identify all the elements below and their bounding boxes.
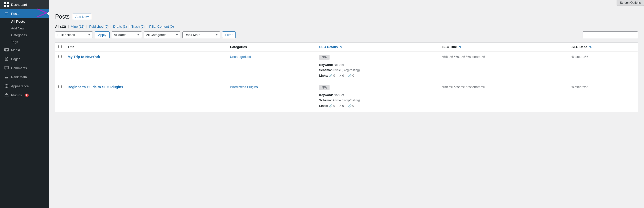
rankmath-select[interactable]: Rank Math [182, 31, 220, 38]
media-icon [4, 47, 9, 52]
seo-desc-value: %excerpt% [572, 55, 588, 59]
sidebar-item-comments[interactable]: Comments [0, 63, 49, 72]
sidebar-item-media[interactable]: Media [0, 45, 49, 54]
apply-button[interactable]: Apply [95, 31, 110, 38]
filter-drafts[interactable]: Drafts (3) [113, 25, 128, 28]
row-checkbox[interactable] [58, 85, 62, 88]
schema-value: Article (BlogPosting) [333, 68, 360, 72]
svg-rect-0 [4, 2, 6, 4]
links-external: 0 [342, 104, 344, 108]
dates-select[interactable]: All dates [112, 31, 142, 38]
sidebar-item-label-dashboard: Dashboard [11, 3, 27, 7]
filter-links: All (12) | Mine (11) | Published (9) | D… [55, 25, 638, 28]
keyword-value: Not Set [334, 93, 344, 97]
schema-label: Schema: [319, 68, 332, 72]
screen-options-bar: Screen Options [49, 0, 644, 8]
filter-all[interactable]: All (12) [55, 25, 67, 28]
links-internal: 0 [333, 74, 335, 77]
bulk-actions-select[interactable]: Bulk actionsEditMove to Trash [55, 31, 93, 38]
seo-title-edit-icon[interactable]: ✎ [459, 45, 461, 49]
svg-rect-1 [7, 2, 9, 4]
schema-value: Article (BlogPosting) [333, 99, 360, 102]
plugins-icon [4, 93, 9, 98]
links-label: Links: [319, 74, 328, 77]
sidebar-subitem-add-new[interactable]: Add New [0, 25, 49, 32]
th-seo-title: SEO Title ✎ [439, 42, 569, 52]
seo-score-badge: N/A [319, 85, 330, 90]
filter-button[interactable]: Filter [222, 31, 236, 38]
categories-select[interactable]: All Categories [144, 31, 180, 38]
links-external: 0 [342, 74, 344, 77]
row-title-cell: Beginner's Guide to SEO Plugins [65, 82, 227, 112]
screen-options-button[interactable]: Screen Options [617, 0, 644, 6]
sidebar-subitem-tags[interactable]: Tags [0, 38, 49, 45]
seo-score-badge: N/A [319, 55, 330, 60]
main-content: Screen Options Posts Add New All (12) | … [49, 0, 644, 208]
external-link-icon: ↗ [339, 74, 341, 77]
posts-icon [4, 11, 9, 16]
row-title-cell: My Trip to NewYork [65, 52, 227, 82]
post-title-link[interactable]: Beginner's Guide to SEO Plugins [68, 85, 123, 89]
category-link[interactable]: Uncategorized [230, 55, 251, 59]
filter-mine[interactable]: Mine (11) [71, 25, 86, 28]
links-nofollow: 0 [352, 74, 354, 77]
svg-rect-2 [4, 5, 6, 7]
th-categories: Categories [227, 42, 316, 52]
seo-title-value: %title% %sep% %sitename% [442, 85, 485, 89]
seo-desc-value: %excerpt% [572, 85, 588, 89]
plugins-badge: 2 [25, 94, 29, 97]
filter-published[interactable]: Published (9) [89, 25, 109, 28]
seo-desc-edit-icon[interactable]: ✎ [589, 45, 592, 49]
table-row: My Trip to NewYork Uncategorized N/A Key… [55, 52, 638, 82]
row-checkbox-cell [55, 82, 65, 112]
select-all-checkbox[interactable] [58, 45, 62, 48]
content-area: Posts Add New All (12) | Mine (11) | Pub… [49, 8, 644, 208]
th-seo-details: SEO Details ✎ [316, 42, 439, 52]
sidebar-item-label-rankmath: Rank Math [11, 75, 27, 79]
sidebar-item-label-appearance: Appearance [11, 84, 29, 88]
post-title-link[interactable]: My Trip to NewYork [68, 55, 100, 59]
filter-trash[interactable]: Trash (2) [131, 25, 145, 28]
keyword-label: Keyword: [319, 63, 333, 67]
th-seo-desc: SEO Desc ✎ [569, 42, 638, 52]
sidebar-subitem-all-posts[interactable]: All Posts [0, 18, 49, 25]
sidebar-item-label-posts: Posts [11, 12, 19, 16]
sidebar-item-plugins[interactable]: Plugins 2 [0, 91, 49, 100]
seo-meta: Keyword: Not Set Schema: Article (BlogPo… [319, 62, 436, 79]
sidebar-item-rankmath[interactable]: Rank Math [0, 72, 49, 81]
th-title: Title [65, 42, 227, 52]
sidebar-item-label-plugins: Plugins [11, 93, 22, 97]
sidebar-item-posts[interactable]: Posts [0, 9, 49, 18]
page-title: Posts [55, 13, 70, 21]
row-seo-desc-cell: %excerpt% [569, 52, 638, 82]
row-checkbox-cell [55, 52, 65, 82]
row-seo-title-cell: %title% %sep% %sitename% [439, 52, 569, 82]
sidebar-item-appearance[interactable]: Appearance [0, 81, 49, 91]
seo-details-edit-icon[interactable]: ✎ [340, 45, 342, 49]
posts-submenu: All Posts Add New Categories Tags [0, 18, 49, 45]
internal-link-icon: 🔗 [329, 74, 333, 77]
toolbar: Bulk actionsEditMove to Trash Apply All … [55, 31, 638, 38]
row-seo-desc-cell: %excerpt% [569, 82, 638, 112]
purple-arrow-indicator [35, 7, 49, 19]
internal-link-icon: 🔗 [329, 104, 333, 107]
nofollow-link-icon: 🔗 [348, 74, 352, 77]
filter-pillar[interactable]: Pillar Content (0) [149, 25, 174, 28]
schema-label: Schema: [319, 99, 332, 102]
add-new-button[interactable]: Add New [73, 14, 92, 20]
row-seo-details-cell: N/A Keyword: Not Set Schema: Article (Bl… [316, 52, 439, 82]
row-seo-details-cell: N/A Keyword: Not Set Schema: Article (Bl… [316, 82, 439, 112]
sidebar-subitem-categories[interactable]: Categories [0, 32, 49, 38]
category-link[interactable]: WordPress Plugins [230, 85, 258, 89]
sidebar-item-label-pages: Pages [11, 57, 20, 61]
sidebar: Dashboard Posts All Posts Add New Catego… [0, 0, 49, 208]
nofollow-link-icon: 🔗 [348, 104, 352, 107]
links-label: Links: [319, 104, 328, 108]
comments-icon [4, 65, 9, 70]
svg-rect-3 [7, 5, 9, 7]
sidebar-item-pages[interactable]: Pages [0, 54, 49, 63]
row-category-cell: Uncategorized [227, 52, 316, 82]
row-checkbox[interactable] [58, 55, 62, 58]
rankmath-icon [4, 74, 9, 79]
search-input[interactable] [583, 31, 638, 38]
